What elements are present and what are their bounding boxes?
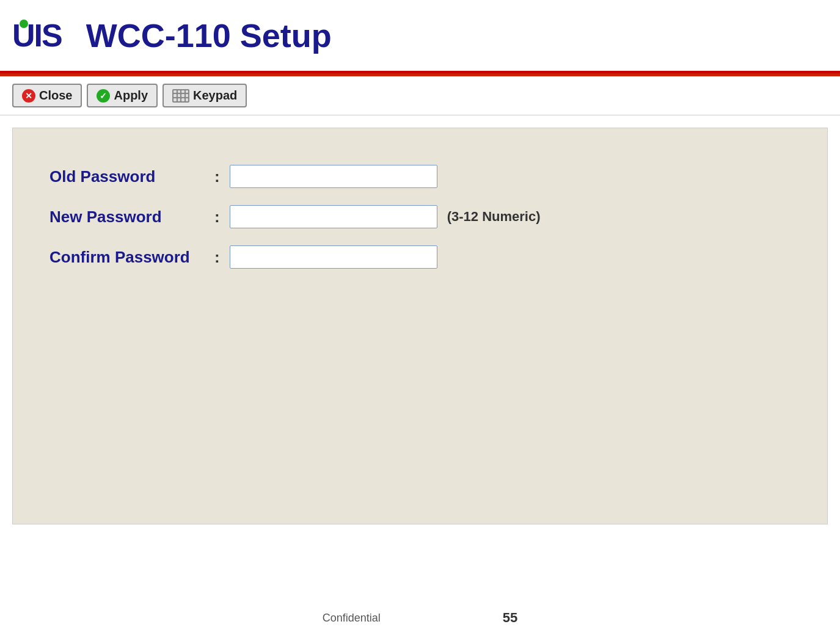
old-password-colon: :: [214, 167, 220, 186]
new-password-colon: :: [214, 208, 220, 227]
keypad-icon: [172, 89, 189, 103]
old-password-label: Old Password: [49, 167, 208, 186]
confirm-password-label: Confirm Password: [49, 248, 208, 267]
new-password-hint: (3-12 Numeric): [447, 209, 541, 225]
apply-button[interactable]: ✓ Apply: [87, 84, 158, 107]
close-icon: ✕: [22, 89, 35, 103]
page-title: WCC-110 Setup: [86, 16, 332, 54]
toolbar: ✕ Close ✓ Apply Keypad: [0, 76, 840, 115]
keypad-label: Keypad: [193, 89, 237, 103]
keypad-button[interactable]: Keypad: [163, 84, 247, 107]
confirm-password-row: Confirm Password :: [49, 245, 791, 269]
new-password-input[interactable]: [230, 205, 437, 228]
check-icon: ✓: [97, 89, 110, 103]
footer-confidential: Confidential: [323, 612, 381, 625]
apply-label: Apply: [114, 89, 148, 103]
close-button[interactable]: ✕ Close: [12, 84, 82, 107]
confirm-password-colon: :: [214, 248, 220, 267]
new-password-label: New Password: [49, 208, 208, 227]
close-label: Close: [39, 89, 72, 103]
confirm-password-input[interactable]: [230, 245, 437, 269]
page-header: UIS WCC-110 Setup: [0, 0, 840, 73]
footer-page-number: 55: [503, 610, 517, 626]
form-area: Old Password : New Password : (3-12 Nume…: [49, 165, 791, 269]
logo-text: UIS: [12, 17, 62, 54]
logo-dot: [20, 20, 28, 28]
old-password-input[interactable]: [230, 165, 437, 188]
new-password-row: New Password : (3-12 Numeric): [49, 205, 791, 228]
main-content: Old Password : New Password : (3-12 Nume…: [12, 128, 828, 524]
footer: Confidential 55: [0, 610, 840, 626]
logo: UIS: [12, 17, 62, 54]
old-password-row: Old Password :: [49, 165, 791, 188]
